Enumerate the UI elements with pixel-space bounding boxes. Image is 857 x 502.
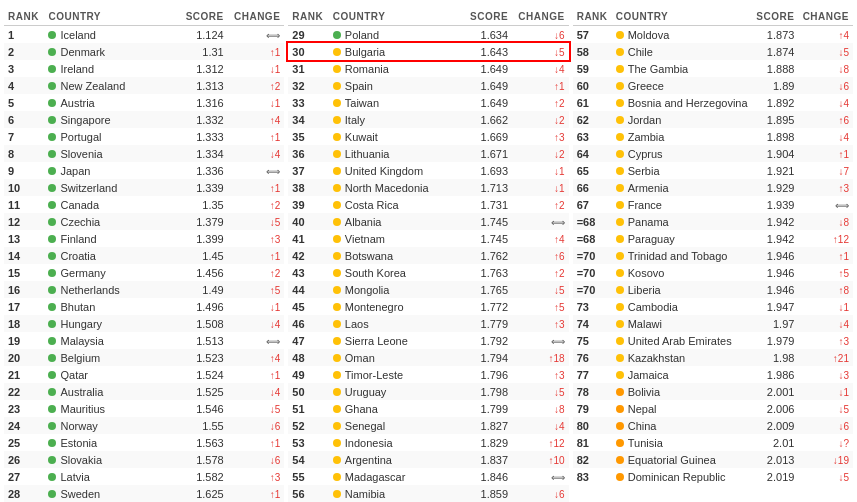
table-row: 82Equatorial Guinea2.013↓19 xyxy=(573,451,853,468)
table-row: 21Qatar1.524↑1 xyxy=(4,366,284,383)
table-row: 66Armenia1.929↑3 xyxy=(573,179,853,196)
country-cell: Kazakhstan xyxy=(612,349,752,366)
rank-cell: 31 xyxy=(288,60,328,77)
country-cell: France xyxy=(612,196,752,213)
rank-cell: 19 xyxy=(4,332,44,349)
rank-cell: 35 xyxy=(288,128,328,145)
country-cell: Montenegro xyxy=(329,298,464,315)
country-cell: Spain xyxy=(329,77,464,94)
change-value: 3 xyxy=(843,183,849,194)
rank-cell: 51 xyxy=(288,400,328,417)
rank-cell: 34 xyxy=(288,111,328,128)
country-name-text: Jamaica xyxy=(628,369,669,381)
table-row: 74Malawi1.97↓4 xyxy=(573,315,853,332)
score-cell: 1.625 xyxy=(180,485,228,502)
country-cell: Mauritius xyxy=(44,400,179,417)
rank-cell: 3 xyxy=(4,60,44,77)
country-cell: Canada xyxy=(44,196,179,213)
country-dot xyxy=(616,422,624,430)
col-header-country: COUNTRY xyxy=(329,8,464,26)
country-dot xyxy=(333,371,341,379)
change-cell: ↓4 xyxy=(512,60,569,77)
country-dot xyxy=(616,82,624,90)
change-value: 3 xyxy=(843,336,849,347)
table-row: 30Bulgaria1.643↓5 xyxy=(288,43,568,60)
change-cell: ↓2 xyxy=(512,111,569,128)
country-cell: Indonesia xyxy=(329,434,464,451)
country-name-text: Zambia xyxy=(628,131,665,143)
country-name-text: Canada xyxy=(60,199,99,211)
country-name-text: Indonesia xyxy=(345,437,393,449)
country-name-text: Switzerland xyxy=(60,182,117,194)
table-row: 25Estonia1.563↑1 xyxy=(4,434,284,451)
country-dot xyxy=(333,201,341,209)
score-cell: 1.763 xyxy=(464,264,512,281)
rank-cell: 20 xyxy=(4,349,44,366)
rank-cell: 12 xyxy=(4,213,44,230)
table-row: 13Finland1.399↑3 xyxy=(4,230,284,247)
table-row: =68Panama1.942↓8 xyxy=(573,213,853,230)
score-cell: 1.946 xyxy=(752,264,798,281)
score-cell: 1.745 xyxy=(464,230,512,247)
country-cell: Paraguay xyxy=(612,230,752,247)
change-cell: ↓5 xyxy=(798,400,853,417)
country-dot xyxy=(616,218,624,226)
country-cell: Lithuania xyxy=(329,145,464,162)
change-value: 4 xyxy=(275,149,281,160)
country-name-text: Moldova xyxy=(628,29,670,41)
score-cell: 1.89 xyxy=(752,77,798,94)
rank-cell: 56 xyxy=(288,485,328,502)
country-dot xyxy=(616,235,624,243)
country-name-text: Bulgaria xyxy=(345,46,385,58)
table-row: 44Mongolia1.765↓5 xyxy=(288,281,568,298)
country-dot xyxy=(48,354,56,362)
country-dot xyxy=(333,31,341,39)
change-value: 1 xyxy=(275,98,281,109)
rank-cell: 52 xyxy=(288,417,328,434)
table-row: 52Senegal1.827↓4 xyxy=(288,417,568,434)
country-cell: Malaysia xyxy=(44,332,179,349)
rank-cell: 8 xyxy=(4,145,44,162)
rank-cell: 49 xyxy=(288,366,328,383)
table-row: 51Ghana1.799↓8 xyxy=(288,400,568,417)
score-cell: 1.563 xyxy=(180,434,228,451)
country-dot xyxy=(616,133,624,141)
score-cell: 1.55 xyxy=(180,417,228,434)
country-dot xyxy=(616,303,624,311)
country-name-text: Argentina xyxy=(345,454,392,466)
change-value: 12 xyxy=(838,234,849,245)
country-name-text: Madagascar xyxy=(345,471,406,483)
country-dot xyxy=(333,439,341,447)
score-cell: 1.859 xyxy=(464,485,512,502)
country-dot xyxy=(616,405,624,413)
rank-cell: 59 xyxy=(573,60,612,77)
table-row: 34Italy1.662↓2 xyxy=(288,111,568,128)
score-cell: 1.898 xyxy=(752,128,798,145)
score-cell: 1.846 xyxy=(464,468,512,485)
country-cell: Bhutan xyxy=(44,298,179,315)
country-dot xyxy=(333,65,341,73)
change-cell: ↑8 xyxy=(798,281,853,298)
table-row: 60Greece1.89↓6 xyxy=(573,77,853,94)
change-value: 3 xyxy=(559,132,565,143)
table-row: 7Portugal1.333↑1 xyxy=(4,128,284,145)
table-row: 18Hungary1.508↓4 xyxy=(4,315,284,332)
score-cell: 1.582 xyxy=(180,468,228,485)
change-value: 4 xyxy=(275,115,281,126)
table-row: 22Australia1.525↓4 xyxy=(4,383,284,400)
table-row: 53Indonesia1.829↑12 xyxy=(288,434,568,451)
change-value: 3 xyxy=(275,234,281,245)
country-name-text: Slovakia xyxy=(60,454,102,466)
rank-cell: 1 xyxy=(4,26,44,44)
country-name-text: Armenia xyxy=(628,182,669,194)
change-cell: ↓1 xyxy=(798,383,853,400)
country-name-text: Mauritius xyxy=(60,403,105,415)
rank-cell: 53 xyxy=(288,434,328,451)
neutral-icon: ⟺ xyxy=(266,166,280,177)
change-value: 1 xyxy=(275,489,281,500)
score-cell: 1.799 xyxy=(464,400,512,417)
change-value: 5 xyxy=(559,47,565,58)
rank-cell: 50 xyxy=(288,383,328,400)
change-cell: ↑2 xyxy=(228,77,285,94)
table-row: 35Kuwait1.669↑3 xyxy=(288,128,568,145)
